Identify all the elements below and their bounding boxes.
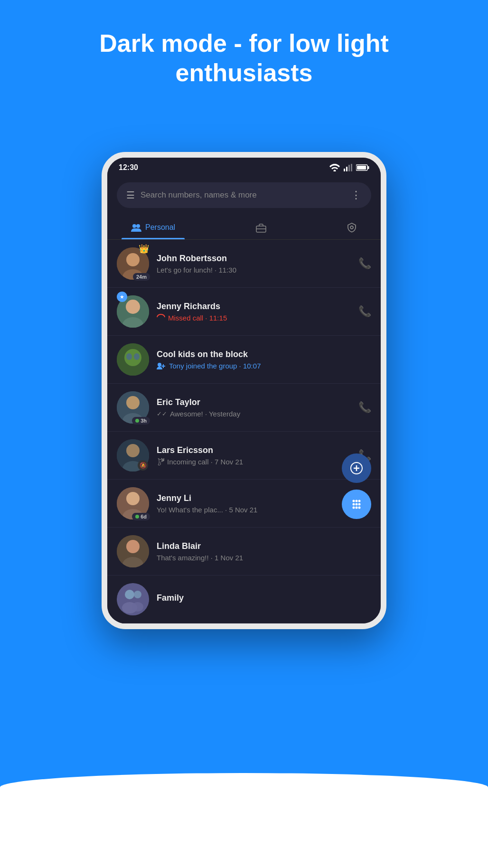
incoming-call-icon: [157, 458, 164, 465]
call-icon-john[interactable]: 📞: [358, 257, 371, 270]
status-time: 12:30: [119, 163, 138, 172]
contact-name-cool: Cool kids on the block: [157, 349, 371, 359]
contact-info-lars: Lars Ericsson Incoming call · 7 Nov 21: [157, 445, 351, 466]
signal-icon: [344, 164, 352, 171]
shield-tab-icon: [347, 222, 357, 233]
svg-point-46: [358, 500, 361, 502]
contact-info-eric: Eric Taylor ✓✓ Awesome! · Yesterday: [157, 397, 351, 418]
svg-point-0: [334, 170, 336, 172]
contact-item-jenny-li[interactable]: 6d Jenny Li Yo! What's the plac... · 5 N…: [107, 480, 381, 528]
avatar-wrapper-cool: [117, 343, 149, 376]
dialpad-fab[interactable]: [342, 490, 371, 519]
contact-item-jenny[interactable]: ★ Jenny Richards Missed call · 11:15 📞: [107, 288, 381, 336]
contact-name-jenny: Jenny Richards: [157, 302, 351, 311]
contact-preview-linda: That's amazing!! · 1 Nov 21: [157, 554, 371, 562]
status-bar: 12:30: [107, 158, 381, 178]
svg-point-22: [134, 353, 140, 360]
svg-point-12: [350, 226, 353, 229]
svg-rect-3: [348, 165, 350, 171]
call-icon-eric[interactable]: 📞: [358, 401, 371, 414]
svg-rect-7: [357, 166, 366, 170]
svg-point-25: [126, 396, 140, 409]
crown-badge-john: 👑: [139, 244, 149, 254]
dialpad-icon: [350, 498, 363, 511]
svg-point-14: [126, 253, 140, 266]
tab-bar: Personal: [107, 216, 381, 240]
mute-badge-lars: 🔕: [138, 460, 148, 471]
contact-preview-jenny-li: Yo! What's the plac... · 5 Nov 21: [157, 506, 351, 514]
contact-info-jenny-li: Jenny Li Yo! What's the plac... · 5 Nov …: [157, 493, 351, 514]
online-badge-john: 24m: [133, 273, 150, 281]
svg-point-48: [356, 503, 358, 506]
business-tab-icon: [255, 222, 267, 233]
avatar-linda: [117, 535, 149, 567]
contact-preview-john: Let's go for lunch! · 11:30: [157, 266, 351, 274]
avatar-family: [117, 583, 149, 615]
tab-personal[interactable]: Personal: [122, 216, 185, 239]
svg-rect-2: [346, 167, 347, 171]
contact-item-linda[interactable]: Linda Blair That's amazing!! · 1 Nov 21: [107, 528, 381, 576]
contact-preview-eric: ✓✓ Awesome! · Yesterday: [157, 410, 351, 418]
svg-point-31: [126, 492, 140, 505]
search-input[interactable]: Search numbers, names & more: [141, 190, 345, 200]
svg-rect-4: [351, 164, 352, 171]
contact-item-cool[interactable]: Cool kids on the block Tony joined the g…: [107, 336, 381, 384]
contact-preview-lars: Incoming call · 7 Nov 21: [157, 458, 351, 466]
avatar-wrapper-family: [117, 583, 149, 615]
more-options-icon[interactable]: ⋮: [351, 189, 362, 201]
search-bar-container: ☰ Search numbers, names & more ⋮: [107, 178, 381, 216]
online-badge-jenny-li: 6d: [132, 513, 150, 520]
group-join-icon: [157, 362, 166, 369]
online-badge-eric: 3h: [132, 417, 150, 425]
contact-name-eric: Eric Taylor: [157, 397, 351, 407]
tab-shield[interactable]: [337, 216, 366, 239]
wave-decoration: [0, 773, 488, 868]
tab-personal-label: Personal: [145, 223, 175, 232]
svg-point-37: [125, 590, 134, 599]
svg-point-23: [158, 363, 161, 367]
svg-point-34: [126, 540, 140, 553]
contact-info-cool: Cool kids on the block Tony joined the g…: [157, 349, 371, 370]
svg-point-50: [353, 507, 355, 509]
avatar-wrapper-eric: 3h: [117, 391, 149, 424]
contact-info-family: Family: [157, 593, 371, 605]
svg-point-9: [136, 224, 140, 228]
svg-point-51: [356, 507, 358, 509]
avatar-cool: [117, 343, 149, 376]
svg-point-8: [132, 224, 136, 228]
compose-fab[interactable]: [342, 453, 371, 483]
contacts-list: 👑 24m John Robertsson Let's go for lunch…: [107, 240, 381, 623]
contact-item-lars[interactable]: 🔕 Lars Ericsson Incoming call · 7 Nov 21…: [107, 432, 381, 480]
contact-name-jenny-li: Jenny Li: [157, 493, 351, 503]
contact-info-john: John Robertsson Let's go for lunch! · 11…: [157, 254, 351, 274]
contact-preview-jenny: Missed call · 11:15: [157, 314, 351, 322]
svg-point-38: [134, 591, 141, 598]
contact-name-family: Family: [157, 593, 371, 603]
avatar-wrapper-jenny-li: 6d: [117, 487, 149, 519]
fab-container: [342, 453, 371, 519]
wifi-icon: [329, 164, 340, 171]
svg-point-44: [353, 500, 355, 502]
svg-point-45: [356, 500, 358, 502]
contact-info-jenny: Jenny Richards Missed call · 11:15: [157, 302, 351, 322]
hero-title: Dark mode - for low light enthusiasts: [0, 0, 488, 107]
search-input-row[interactable]: ☰ Search numbers, names & more ⋮: [117, 182, 371, 208]
svg-point-52: [358, 507, 361, 509]
contact-item-eric[interactable]: 3h Eric Taylor ✓✓ Awesome! · Yesterday 📞: [107, 384, 381, 432]
missed-call-icon: [157, 314, 165, 321]
battery-icon: [356, 164, 369, 171]
hamburger-icon: ☰: [126, 189, 135, 201]
contact-item-family[interactable]: Family: [107, 576, 381, 623]
compose-icon: [350, 462, 363, 475]
contact-preview-cool: Tony joined the group · 10:07: [157, 362, 371, 370]
star-badge-jenny: ★: [117, 292, 127, 302]
contact-name-lars: Lars Ericsson: [157, 445, 351, 455]
contact-item-john[interactable]: 👑 24m John Robertsson Let's go for lunch…: [107, 240, 381, 288]
tab-business[interactable]: [246, 216, 276, 239]
avatar-wrapper-john: 👑 24m: [117, 247, 149, 280]
svg-point-40: [132, 602, 143, 612]
avatar-wrapper-lars: 🔕: [117, 439, 149, 472]
svg-point-17: [126, 300, 140, 314]
call-icon-jenny[interactable]: 📞: [358, 305, 371, 318]
avatar-wrapper-linda: [117, 535, 149, 567]
